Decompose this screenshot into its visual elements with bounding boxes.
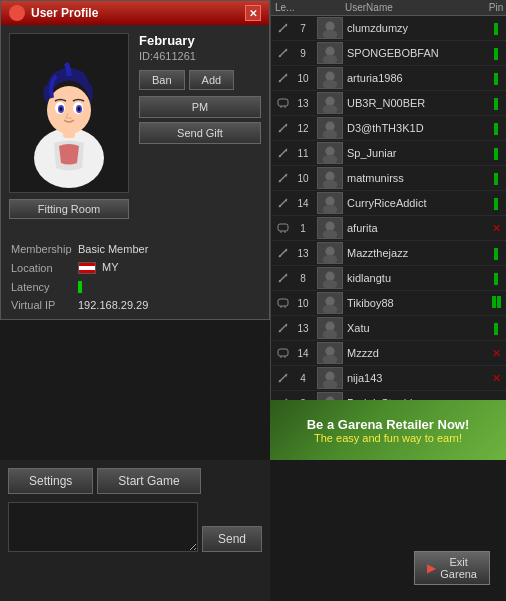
svg-point-54 <box>323 205 338 214</box>
location-label: Location <box>11 259 76 276</box>
pin-bar-icon <box>494 248 498 260</box>
svg-point-53 <box>325 197 334 206</box>
fitting-room-button[interactable]: Fitting Room <box>9 199 129 219</box>
chat-icon <box>271 297 291 309</box>
banner-text: Be a Garena Retailer Now! The easy and f… <box>307 417 470 444</box>
sword-icon <box>271 247 291 259</box>
ban-button[interactable]: Ban <box>139 70 185 90</box>
player-name: CurryRiceAddict <box>345 197 486 209</box>
svg-point-64 <box>323 255 338 264</box>
pin-bar-icon <box>494 173 498 185</box>
pin-bar-icon <box>494 98 498 110</box>
settings-button[interactable]: Settings <box>8 468 93 494</box>
svg-point-41 <box>325 147 334 156</box>
player-avatar <box>315 342 345 364</box>
player-name: Xatu <box>345 322 486 334</box>
svg-point-20 <box>323 55 338 64</box>
svg-point-42 <box>323 155 338 164</box>
add-button[interactable]: Add <box>189 70 235 90</box>
profile-username: February <box>139 33 261 48</box>
start-game-button[interactable]: Start Game <box>97 468 200 494</box>
membership-value: Basic Member <box>78 241 259 257</box>
sword-icon <box>271 322 291 334</box>
send-gift-button[interactable]: Send Gift <box>139 122 261 144</box>
svg-point-79 <box>325 322 334 331</box>
player-pin <box>486 321 506 334</box>
player-avatar <box>315 242 345 264</box>
table-row[interactable]: 9SPONGEBOBFAN <box>271 41 506 66</box>
svg-point-84 <box>323 355 338 364</box>
info-section: Membership Basic Member Location MY Late… <box>1 227 269 319</box>
player-pin <box>486 246 506 259</box>
info-table: Membership Basic Member Location MY Late… <box>9 239 261 315</box>
player-name: Mazzthejazz <box>345 247 486 259</box>
col-username-header: UserName <box>345 2 486 13</box>
table-row[interactable]: 13Xatu <box>271 316 506 341</box>
table-row[interactable]: 13Mazzthejazz <box>271 241 506 266</box>
table-row[interactable]: 14CurryRiceAddict <box>271 191 506 216</box>
virtual-ip-value: 192.168.29.29 <box>78 297 259 313</box>
player-level: 4 <box>291 373 315 384</box>
svg-point-74 <box>323 305 338 314</box>
player-name: SPONGEBOBFAN <box>345 47 486 59</box>
titlebar-left: User Profile <box>9 5 98 21</box>
sword-icon <box>271 197 291 209</box>
player-avatar <box>315 67 345 89</box>
close-button[interactable]: ✕ <box>245 5 261 21</box>
exit-label: Exit Garena <box>440 556 477 580</box>
player-avatar <box>315 192 345 214</box>
player-avatar <box>315 117 345 139</box>
exit-garena-button[interactable]: ▶ Exit Garena <box>414 551 490 585</box>
latency-row: Latency <box>11 278 259 295</box>
svg-rect-55 <box>278 224 288 231</box>
sword-icon <box>271 147 291 159</box>
svg-point-58 <box>323 230 338 239</box>
pin-bar-icon <box>494 48 498 60</box>
profile-titlebar: User Profile ✕ <box>1 1 269 25</box>
chat-area: Send <box>8 502 262 552</box>
send-button[interactable]: Send <box>202 526 262 552</box>
table-row[interactable]: 11Sp_Juniar <box>271 141 506 166</box>
pm-button[interactable]: PM <box>139 96 261 118</box>
chat-input[interactable] <box>8 502 198 552</box>
player-name: afurita <box>345 222 486 234</box>
player-level: 7 <box>291 23 315 34</box>
chat-icon <box>271 97 291 109</box>
svg-point-13 <box>325 22 334 31</box>
table-row[interactable]: 1afurita✕ <box>271 216 506 241</box>
table-row[interactable]: 4nija143✕ <box>271 366 506 391</box>
player-name: D3@thTH3K1D <box>345 122 486 134</box>
latency-value <box>78 278 259 295</box>
svg-point-48 <box>323 180 338 189</box>
player-level: 10 <box>291 298 315 309</box>
player-name: clumzdumzy <box>345 22 486 34</box>
player-pin <box>486 271 506 284</box>
table-row[interactable]: 13UB3R_N00BER <box>271 91 506 116</box>
table-row[interactable]: 12D3@thTH3K1D <box>271 116 506 141</box>
player-level: 12 <box>291 123 315 134</box>
banner-line1: Be a Garena Retailer Now! <box>307 417 470 432</box>
player-list-body[interactable]: 7clumzdumzy9SPONGEBOBFAN10arturia198613U… <box>271 16 506 454</box>
pin-bar-icon <box>494 23 498 35</box>
table-row[interactable]: 10arturia1986 <box>271 66 506 91</box>
table-row[interactable]: 10matmunirss <box>271 166 506 191</box>
player-list-panel: Le... UserName Pin 7clumzdumzy9SPONGEBOB… <box>270 0 506 460</box>
svg-point-25 <box>325 72 334 81</box>
table-row[interactable]: 8kidlangtu <box>271 266 506 291</box>
table-row[interactable]: 7clumzdumzy <box>271 16 506 41</box>
svg-rect-71 <box>278 299 288 306</box>
ban-add-row: Ban Add <box>139 70 261 90</box>
player-list-header: Le... UserName Pin <box>271 0 506 16</box>
membership-row: Membership Basic Member <box>11 241 259 257</box>
table-row[interactable]: 10Tikiboy88 <box>271 291 506 316</box>
table-row[interactable]: 14Mzzzd✕ <box>271 341 506 366</box>
virtual-ip-label: Virtual IP <box>11 297 76 313</box>
svg-point-29 <box>325 97 334 106</box>
player-name: matmunirss <box>345 172 486 184</box>
svg-point-73 <box>325 297 334 306</box>
player-level: 13 <box>291 98 315 109</box>
latency-label: Latency <box>11 278 76 295</box>
player-level: 14 <box>291 348 315 359</box>
svg-rect-81 <box>278 349 288 356</box>
pin-bar-icon <box>494 148 498 160</box>
